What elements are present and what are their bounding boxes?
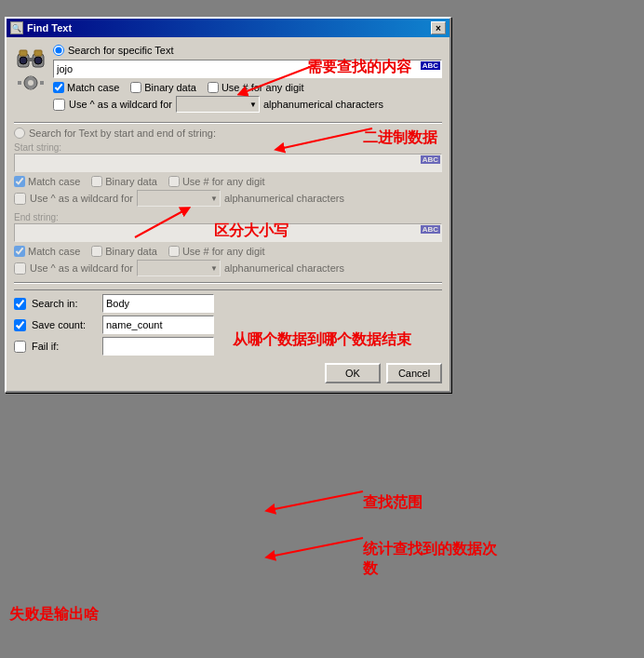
use-hash-2: Use # for any digit bbox=[168, 176, 265, 187]
end-string-input[interactable] bbox=[14, 223, 442, 242]
save-count-checkbox[interactable] bbox=[14, 319, 26, 331]
end-input-wrapper: ABC bbox=[14, 223, 442, 242]
binary-data-3: Binary data bbox=[91, 246, 157, 257]
bottom-section: Search in: Save count: Fail if: bbox=[14, 289, 442, 356]
match-case-checkbox-1[interactable] bbox=[53, 82, 64, 93]
wildcard-suffix-3: alphanumerical characters bbox=[224, 262, 344, 274]
dropdown-arrow-1: ▼ bbox=[249, 101, 257, 109]
ok-button[interactable]: OK bbox=[325, 363, 381, 383]
section1-radio-label: Search for specific Text bbox=[68, 45, 174, 56]
wildcard-dropdown-3[interactable]: ▼ bbox=[137, 260, 221, 276]
start-input-wrapper: ABC bbox=[14, 154, 442, 172]
binary-data-label-1: Binary data bbox=[144, 82, 196, 93]
svg-rect-12 bbox=[40, 81, 44, 85]
divider-1 bbox=[14, 122, 442, 124]
use-hash-checkbox-1[interactable] bbox=[208, 82, 219, 93]
wildcard-checkbox-1[interactable] bbox=[53, 99, 65, 111]
radio-start-end[interactable] bbox=[14, 128, 25, 139]
wildcard-dropdown-1[interactable]: ▼ bbox=[176, 96, 260, 113]
fail-if-row: Fail if: bbox=[14, 337, 442, 356]
section2-header: Search for Text by start and end of stri… bbox=[14, 128, 442, 139]
save-count-input[interactable] bbox=[102, 316, 214, 334]
start-string-input[interactable] bbox=[14, 154, 442, 172]
svg-rect-6 bbox=[34, 50, 42, 56]
search-in-checkbox[interactable] bbox=[14, 298, 26, 310]
find-text-dialog: 🔍 Find Text × bbox=[5, 17, 451, 393]
abc-badge-1: ABC bbox=[421, 61, 440, 70]
match-case-3: Match case bbox=[14, 246, 80, 257]
wildcard-label-2: Use ^ as a wildcard for bbox=[30, 193, 133, 204]
match-case-checkbox-2[interactable] bbox=[14, 176, 25, 187]
section2-checkboxes-2: Match case Binary data Use # for any dig… bbox=[14, 246, 442, 257]
binary-data-label-2: Binary data bbox=[105, 176, 157, 187]
match-case-1: Match case bbox=[53, 82, 119, 93]
section2: Search for Text by start and end of stri… bbox=[14, 128, 442, 276]
gear-icon bbox=[16, 74, 46, 91]
close-button[interactable]: × bbox=[431, 21, 446, 34]
use-hash-label-2: Use # for any digit bbox=[182, 176, 265, 187]
binary-data-checkbox-1[interactable] bbox=[130, 82, 141, 93]
arrow-6 bbox=[261, 530, 372, 568]
section2-wildcard-2: Use ^ as a wildcard for ▼ alphanumerical… bbox=[14, 260, 442, 276]
use-hash-checkbox-2[interactable] bbox=[168, 176, 180, 187]
dialog-body: Search for specific Text ABC Match case … bbox=[7, 37, 449, 391]
binary-data-label-3: Binary data bbox=[105, 246, 157, 257]
wildcard-dropdown-2[interactable]: ▼ bbox=[137, 190, 221, 207]
svg-rect-10 bbox=[29, 86, 33, 89]
svg-point-3 bbox=[20, 57, 27, 64]
abc-badge-2: ABC bbox=[421, 155, 440, 164]
section2-checkboxes-1: Match case Binary data Use # for any dig… bbox=[14, 176, 442, 187]
binary-data-2: Binary data bbox=[91, 176, 157, 187]
binoculars-icon bbox=[16, 45, 46, 73]
binary-data-checkbox-3[interactable] bbox=[91, 246, 102, 257]
match-case-2: Match case bbox=[14, 176, 80, 187]
use-hash-checkbox-3[interactable] bbox=[168, 246, 180, 257]
section1-checkboxes: Match case Binary data Use # for any dig… bbox=[53, 82, 442, 93]
wildcard-label-3: Use ^ as a wildcard for bbox=[30, 262, 133, 274]
match-case-label-1: Match case bbox=[67, 82, 119, 93]
wildcard-suffix-2: alphanumerical characters bbox=[224, 193, 344, 204]
search-text-input[interactable] bbox=[53, 60, 442, 78]
save-count-row: Save count: bbox=[14, 316, 442, 334]
use-hash-1: Use # for any digit bbox=[208, 82, 304, 93]
svg-point-8 bbox=[28, 80, 34, 86]
search-in-row: Search in: bbox=[14, 294, 442, 313]
divider-2 bbox=[14, 282, 442, 284]
end-string-label: End string: bbox=[14, 212, 442, 222]
use-hash-3: Use # for any digit bbox=[168, 246, 265, 257]
search-in-input[interactable] bbox=[102, 294, 214, 313]
titlebar: 🔍 Find Text × bbox=[7, 19, 449, 37]
match-case-label-3: Match case bbox=[28, 246, 80, 257]
start-string-label: Start string: bbox=[14, 142, 442, 153]
svg-rect-2 bbox=[27, 58, 34, 61]
section2-radio-label: Search for Text by start and end of stri… bbox=[29, 128, 216, 139]
binary-data-1: Binary data bbox=[130, 82, 196, 93]
wildcard-checkbox-3[interactable] bbox=[14, 262, 26, 275]
arrow-5 bbox=[261, 484, 372, 521]
titlebar-title: 🔍 Find Text bbox=[10, 21, 72, 34]
dialog-title: Find Text bbox=[27, 22, 72, 34]
annotation-6: 统计查找到的数据次数 bbox=[363, 540, 497, 579]
titlebar-icon: 🔍 bbox=[10, 21, 23, 34]
dropdown-arrow-2: ▼ bbox=[210, 195, 218, 203]
save-count-label: Save count: bbox=[32, 319, 97, 330]
section1-wildcard: Use ^ as a wildcard for ▼ alphanumerical… bbox=[53, 96, 442, 113]
fail-if-label: Fail if: bbox=[32, 341, 97, 352]
wildcard-suffix-1: alphanumerical characters bbox=[263, 99, 383, 110]
svg-line-16 bbox=[270, 491, 363, 510]
fail-if-checkbox[interactable] bbox=[14, 341, 26, 353]
radio-specific-text[interactable] bbox=[53, 45, 64, 56]
svg-rect-9 bbox=[29, 76, 33, 80]
match-case-checkbox-3[interactable] bbox=[14, 246, 25, 257]
use-hash-label-3: Use # for any digit bbox=[182, 246, 265, 257]
button-row: OK Cancel bbox=[14, 363, 442, 383]
annotation-7: 失败是输出啥 bbox=[9, 605, 99, 624]
svg-rect-5 bbox=[20, 50, 27, 56]
match-case-label-2: Match case bbox=[28, 176, 80, 187]
fail-if-input[interactable] bbox=[102, 337, 214, 356]
cancel-button[interactable]: Cancel bbox=[386, 363, 442, 383]
binary-data-checkbox-2[interactable] bbox=[91, 176, 102, 187]
wildcard-checkbox-2[interactable] bbox=[14, 193, 26, 205]
section2-wildcard-1: Use ^ as a wildcard for ▼ alphanumerical… bbox=[14, 190, 442, 207]
svg-point-4 bbox=[34, 57, 42, 64]
